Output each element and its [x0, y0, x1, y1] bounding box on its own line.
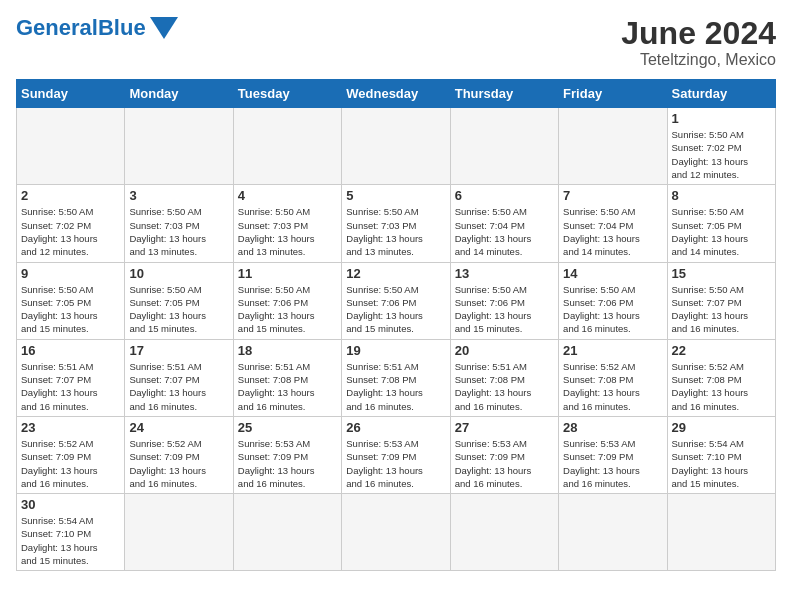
day-info: Sunrise: 5:50 AMSunset: 7:06 PMDaylight:…	[455, 283, 554, 336]
table-row: 6 Sunrise: 5:50 AMSunset: 7:04 PMDayligh…	[450, 185, 558, 262]
day-info: Sunrise: 5:50 AMSunset: 7:02 PMDaylight:…	[21, 205, 120, 258]
table-row: 19 Sunrise: 5:51 AMSunset: 7:08 PMDaylig…	[342, 339, 450, 416]
table-row	[342, 108, 450, 185]
day-info: Sunrise: 5:50 AMSunset: 7:06 PMDaylight:…	[346, 283, 445, 336]
day-info: Sunrise: 5:53 AMSunset: 7:09 PMDaylight:…	[238, 437, 337, 490]
day-number: 15	[672, 266, 771, 281]
day-info: Sunrise: 5:51 AMSunset: 7:08 PMDaylight:…	[346, 360, 445, 413]
day-number: 6	[455, 188, 554, 203]
table-row: 10 Sunrise: 5:50 AMSunset: 7:05 PMDaylig…	[125, 262, 233, 339]
day-info: Sunrise: 5:53 AMSunset: 7:09 PMDaylight:…	[346, 437, 445, 490]
day-number: 11	[238, 266, 337, 281]
day-number: 10	[129, 266, 228, 281]
day-info: Sunrise: 5:53 AMSunset: 7:09 PMDaylight:…	[563, 437, 662, 490]
table-row: 28 Sunrise: 5:53 AMSunset: 7:09 PMDaylig…	[559, 416, 667, 493]
day-number: 28	[563, 420, 662, 435]
day-number: 5	[346, 188, 445, 203]
calendar-row: 2 Sunrise: 5:50 AMSunset: 7:02 PMDayligh…	[17, 185, 776, 262]
day-info: Sunrise: 5:50 AMSunset: 7:07 PMDaylight:…	[672, 283, 771, 336]
day-info: Sunrise: 5:50 AMSunset: 7:05 PMDaylight:…	[21, 283, 120, 336]
table-row: 8 Sunrise: 5:50 AMSunset: 7:05 PMDayligh…	[667, 185, 775, 262]
header-friday: Friday	[559, 80, 667, 108]
header-thursday: Thursday	[450, 80, 558, 108]
table-row: 24 Sunrise: 5:52 AMSunset: 7:09 PMDaylig…	[125, 416, 233, 493]
svg-marker-0	[150, 17, 178, 39]
day-info: Sunrise: 5:50 AMSunset: 7:03 PMDaylight:…	[238, 205, 337, 258]
day-info: Sunrise: 5:50 AMSunset: 7:04 PMDaylight:…	[455, 205, 554, 258]
day-number: 23	[21, 420, 120, 435]
table-row: 26 Sunrise: 5:53 AMSunset: 7:09 PMDaylig…	[342, 416, 450, 493]
table-row: 18 Sunrise: 5:51 AMSunset: 7:08 PMDaylig…	[233, 339, 341, 416]
day-number: 8	[672, 188, 771, 203]
day-number: 26	[346, 420, 445, 435]
day-number: 13	[455, 266, 554, 281]
table-row	[450, 494, 558, 571]
table-row: 16 Sunrise: 5:51 AMSunset: 7:07 PMDaylig…	[17, 339, 125, 416]
logo: GeneralBlue	[16, 16, 178, 40]
table-row	[125, 494, 233, 571]
day-number: 3	[129, 188, 228, 203]
day-info: Sunrise: 5:51 AMSunset: 7:08 PMDaylight:…	[455, 360, 554, 413]
table-row: 1 Sunrise: 5:50 AMSunset: 7:02 PMDayligh…	[667, 108, 775, 185]
day-info: Sunrise: 5:50 AMSunset: 7:05 PMDaylight:…	[672, 205, 771, 258]
calendar-row: 23 Sunrise: 5:52 AMSunset: 7:09 PMDaylig…	[17, 416, 776, 493]
day-number: 18	[238, 343, 337, 358]
table-row: 15 Sunrise: 5:50 AMSunset: 7:07 PMDaylig…	[667, 262, 775, 339]
day-number: 22	[672, 343, 771, 358]
day-number: 4	[238, 188, 337, 203]
day-number: 19	[346, 343, 445, 358]
page-header: GeneralBlue June 2024 Teteltzingo, Mexic…	[16, 16, 776, 69]
header-saturday: Saturday	[667, 80, 775, 108]
day-number: 9	[21, 266, 120, 281]
table-row: 9 Sunrise: 5:50 AMSunset: 7:05 PMDayligh…	[17, 262, 125, 339]
day-info: Sunrise: 5:51 AMSunset: 7:07 PMDaylight:…	[21, 360, 120, 413]
day-number: 20	[455, 343, 554, 358]
table-row: 4 Sunrise: 5:50 AMSunset: 7:03 PMDayligh…	[233, 185, 341, 262]
table-row	[559, 494, 667, 571]
header-wednesday: Wednesday	[342, 80, 450, 108]
day-info: Sunrise: 5:50 AMSunset: 7:02 PMDaylight:…	[672, 128, 771, 181]
table-row	[125, 108, 233, 185]
day-number: 17	[129, 343, 228, 358]
day-info: Sunrise: 5:51 AMSunset: 7:08 PMDaylight:…	[238, 360, 337, 413]
table-row: 12 Sunrise: 5:50 AMSunset: 7:06 PMDaylig…	[342, 262, 450, 339]
table-row	[233, 108, 341, 185]
table-row: 11 Sunrise: 5:50 AMSunset: 7:06 PMDaylig…	[233, 262, 341, 339]
table-row: 27 Sunrise: 5:53 AMSunset: 7:09 PMDaylig…	[450, 416, 558, 493]
table-row: 3 Sunrise: 5:50 AMSunset: 7:03 PMDayligh…	[125, 185, 233, 262]
day-info: Sunrise: 5:50 AMSunset: 7:03 PMDaylight:…	[346, 205, 445, 258]
day-number: 27	[455, 420, 554, 435]
table-row: 7 Sunrise: 5:50 AMSunset: 7:04 PMDayligh…	[559, 185, 667, 262]
calendar-header-row: Sunday Monday Tuesday Wednesday Thursday…	[17, 80, 776, 108]
calendar-row: 1 Sunrise: 5:50 AMSunset: 7:02 PMDayligh…	[17, 108, 776, 185]
logo-text: GeneralBlue	[16, 16, 146, 40]
day-info: Sunrise: 5:52 AMSunset: 7:09 PMDaylight:…	[21, 437, 120, 490]
calendar-row: 16 Sunrise: 5:51 AMSunset: 7:07 PMDaylig…	[17, 339, 776, 416]
day-info: Sunrise: 5:52 AMSunset: 7:08 PMDaylight:…	[563, 360, 662, 413]
calendar-row: 9 Sunrise: 5:50 AMSunset: 7:05 PMDayligh…	[17, 262, 776, 339]
day-info: Sunrise: 5:50 AMSunset: 7:06 PMDaylight:…	[238, 283, 337, 336]
day-info: Sunrise: 5:50 AMSunset: 7:06 PMDaylight:…	[563, 283, 662, 336]
day-number: 16	[21, 343, 120, 358]
table-row	[450, 108, 558, 185]
day-info: Sunrise: 5:52 AMSunset: 7:09 PMDaylight:…	[129, 437, 228, 490]
table-row	[667, 494, 775, 571]
table-row: 22 Sunrise: 5:52 AMSunset: 7:08 PMDaylig…	[667, 339, 775, 416]
day-info: Sunrise: 5:50 AMSunset: 7:03 PMDaylight:…	[129, 205, 228, 258]
day-number: 21	[563, 343, 662, 358]
day-number: 2	[21, 188, 120, 203]
day-number: 24	[129, 420, 228, 435]
table-row: 21 Sunrise: 5:52 AMSunset: 7:08 PMDaylig…	[559, 339, 667, 416]
table-row	[559, 108, 667, 185]
table-row: 14 Sunrise: 5:50 AMSunset: 7:06 PMDaylig…	[559, 262, 667, 339]
day-info: Sunrise: 5:54 AMSunset: 7:10 PMDaylight:…	[672, 437, 771, 490]
logo-icon	[150, 17, 178, 39]
table-row: 5 Sunrise: 5:50 AMSunset: 7:03 PMDayligh…	[342, 185, 450, 262]
table-row: 25 Sunrise: 5:53 AMSunset: 7:09 PMDaylig…	[233, 416, 341, 493]
header-tuesday: Tuesday	[233, 80, 341, 108]
table-row: 2 Sunrise: 5:50 AMSunset: 7:02 PMDayligh…	[17, 185, 125, 262]
calendar-table: Sunday Monday Tuesday Wednesday Thursday…	[16, 79, 776, 571]
day-number: 25	[238, 420, 337, 435]
day-number: 1	[672, 111, 771, 126]
day-number: 12	[346, 266, 445, 281]
